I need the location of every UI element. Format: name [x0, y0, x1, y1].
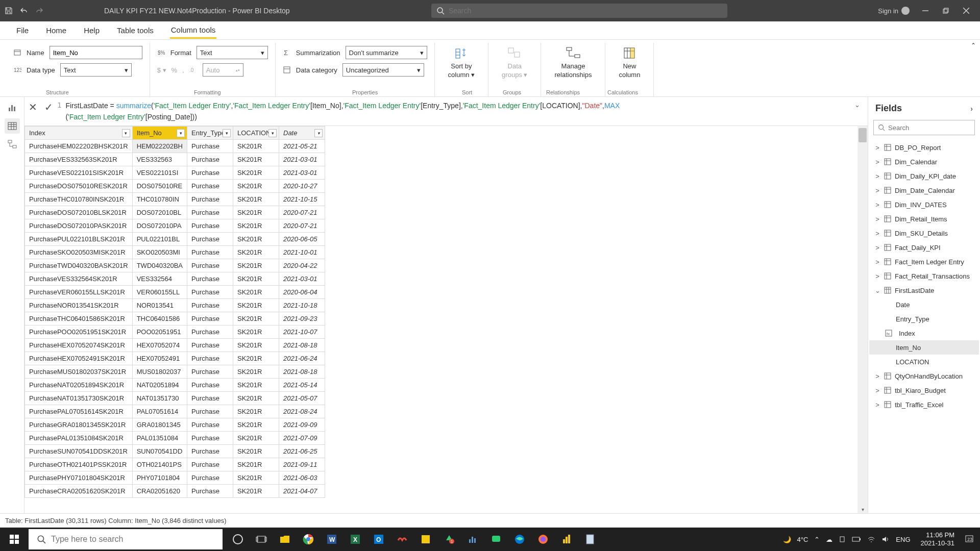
decimal-decrease-icon[interactable]: .0	[189, 66, 198, 74]
formula-text[interactable]: FirstLastDate = summarize('Fact_Item Led…	[65, 100, 846, 122]
restore-icon[interactable]	[941, 6, 950, 15]
decimals-combo[interactable]: Auto▴▾	[203, 63, 243, 77]
redo-icon[interactable]	[35, 6, 44, 15]
cell-date[interactable]: 2020-06-04	[279, 286, 325, 299]
tab-table-tools[interactable]: Table tools	[116, 23, 155, 38]
cell-date[interactable]: 2021-08-24	[279, 405, 325, 418]
cell-date[interactable]: 2021-06-03	[279, 471, 325, 485]
table-row[interactable]: PurchasePUL022101BLSK201RPUL022101BLPurc…	[25, 233, 325, 246]
field-column-location[interactable]: LOCATION	[869, 355, 979, 369]
cell-entry[interactable]: Purchase	[187, 325, 233, 339]
cell-loc[interactable]: SK201R	[233, 206, 279, 219]
cell-index[interactable]: PurchaseDOS072010BLSK201R	[25, 206, 133, 219]
cell-date[interactable]: 2021-10-01	[279, 246, 325, 259]
app-chat-icon[interactable]	[487, 530, 505, 548]
taskview-icon[interactable]	[252, 530, 271, 548]
cell-item[interactable]: GRA01801345	[132, 418, 187, 432]
field-column-index[interactable]: fxIndex	[869, 326, 979, 340]
field-table-dim_inv_dates[interactable]: >Dim_INV_DATES	[869, 197, 979, 212]
taskbar-search-input[interactable]	[51, 535, 214, 544]
word-icon[interactable]: W	[323, 530, 341, 548]
cell-loc[interactable]: SK201R	[233, 166, 279, 180]
cell-entry[interactable]: Purchase	[187, 418, 233, 432]
cell-loc[interactable]: SK201R	[233, 299, 279, 312]
table-row[interactable]: PurchaseVES022101SISK201RVES022101SIPurc…	[25, 166, 325, 180]
cell-index[interactable]: PurchasePAL01351084SK201R	[25, 432, 133, 445]
cell-date[interactable]: 2021-09-09	[279, 418, 325, 432]
sort-by-column-button[interactable]: Sort by column ▾	[442, 44, 481, 80]
notepad-icon[interactable]	[581, 530, 599, 548]
cell-date[interactable]: 2021-03-01	[279, 272, 325, 286]
cell-date[interactable]: 2020-04-22	[279, 259, 325, 272]
cell-loc[interactable]: SK201R	[233, 325, 279, 339]
cell-entry[interactable]: Purchase	[187, 379, 233, 392]
column-name-input[interactable]	[50, 46, 142, 59]
cell-item[interactable]: SUN070541DD	[132, 445, 187, 458]
cell-entry[interactable]: Purchase	[187, 392, 233, 405]
cell-item[interactable]: VER060155LL	[132, 286, 187, 299]
fields-list[interactable]: >DB_PO_Report>Dim_Calendar>Dim_Daily_KPI…	[868, 138, 980, 513]
cell-item[interactable]: CRA02051620	[132, 485, 187, 498]
start-button[interactable]	[0, 528, 29, 551]
excel-icon[interactable]: X	[346, 530, 364, 548]
cell-entry[interactable]: Purchase	[187, 206, 233, 219]
field-table-fact_daily_kpi[interactable]: >Fact_Daily_KPI	[869, 240, 979, 255]
cell-date[interactable]: 2021-09-23	[279, 312, 325, 325]
signin-button[interactable]: Sign in	[878, 7, 910, 15]
column-filter-icon[interactable]: ▾	[122, 129, 130, 137]
field-table-firstlastdate[interactable]: ⌄FirstLastDate	[869, 283, 979, 297]
cell-item[interactable]: NAT01351730	[132, 392, 187, 405]
table-row[interactable]: PurchaseVES332564SK201RVES332564Purchase…	[25, 272, 325, 286]
cell-item[interactable]: VES332563	[132, 153, 187, 166]
model-view-button[interactable]	[5, 137, 20, 152]
column-header-entry_type[interactable]: Entry_Type▾	[187, 127, 233, 140]
cell-date[interactable]: 2021-10-18	[279, 299, 325, 312]
datacategory-combo[interactable]: Uncategorized▾	[342, 63, 424, 77]
cell-date[interactable]: 2021-07-09	[279, 432, 325, 445]
column-header-item_no[interactable]: Item_No▾	[132, 127, 187, 140]
cell-item[interactable]: POO02051951	[132, 325, 187, 339]
field-table-tbl_traffic_excel[interactable]: >tbl_Traffic_Excel	[869, 397, 979, 412]
table-row[interactable]: PurchaseCRA02051620SK201RCRA02051620Purc…	[25, 485, 325, 498]
table-row[interactable]: PurchaseVES332563SK201RVES332563Purchase…	[25, 153, 325, 166]
cell-item[interactable]: PAL07051614	[132, 405, 187, 418]
cell-entry[interactable]: Purchase	[187, 339, 233, 352]
close-icon[interactable]	[962, 6, 971, 15]
cell-loc[interactable]: SK201R	[233, 140, 279, 153]
cell-entry[interactable]: Purchase	[187, 432, 233, 445]
table-row[interactable]: PurchasePHY07101804SK201RPHY07101804Purc…	[25, 471, 325, 485]
cell-loc[interactable]: SK201R	[233, 153, 279, 166]
cell-loc[interactable]: SK201R	[233, 312, 279, 325]
field-column-item_no[interactable]: Item_No	[869, 340, 979, 355]
cell-item[interactable]: HEM022202BH	[132, 140, 187, 153]
summarization-combo[interactable]: Don't summarize▾	[346, 46, 427, 59]
cell-date[interactable]: 2020-07-21	[279, 206, 325, 219]
table-row[interactable]: PurchaseDOS072010PASK201RDOS072010PAPurc…	[25, 219, 325, 233]
weather-icon[interactable]: 🌙	[783, 536, 791, 543]
manage-relationships-button[interactable]: Manage relationships	[548, 44, 598, 80]
cell-item[interactable]: THC010780IN	[132, 193, 187, 206]
cell-item[interactable]: VES332564	[132, 272, 187, 286]
cell-index[interactable]: PurchaseTHC06401586SK201R	[25, 312, 133, 325]
field-column-date[interactable]: Date	[869, 297, 979, 312]
report-view-button[interactable]	[5, 100, 20, 115]
cell-date[interactable]: 2020-10-27	[279, 180, 325, 193]
field-table-dim_sku_details[interactable]: >Dim_SKU_Details	[869, 226, 979, 240]
column-filter-icon[interactable]: ▾	[223, 129, 231, 137]
cell-date[interactable]: 2021-04-07	[279, 485, 325, 498]
table-row[interactable]: PurchaseOTH021401PSSK201ROTH021401PSPurc…	[25, 458, 325, 471]
app-green-icon[interactable]: 1	[440, 530, 458, 548]
tab-column-tools[interactable]: Column tools	[170, 22, 217, 39]
cell-entry[interactable]: Purchase	[187, 153, 233, 166]
cell-index[interactable]: PurchaseMUS01802037SK201R	[25, 365, 133, 379]
table-row[interactable]: PurchaseSUN070541DDSK201RSUN070541DDPurc…	[25, 445, 325, 458]
new-column-button[interactable]: New column	[612, 44, 646, 80]
table-row[interactable]: PurchaseHEX07052491SK201RHEX07052491Purc…	[25, 352, 325, 365]
tab-help[interactable]: Help	[83, 23, 101, 38]
cell-item[interactable]: DOS075010RE	[132, 180, 187, 193]
column-header-location[interactable]: LOCATION▾	[233, 127, 279, 140]
cell-entry[interactable]: Purchase	[187, 233, 233, 246]
cell-date[interactable]: 2021-06-25	[279, 445, 325, 458]
cell-date[interactable]: 2021-10-07	[279, 325, 325, 339]
scroll-down-icon[interactable]: ▾	[859, 505, 867, 513]
